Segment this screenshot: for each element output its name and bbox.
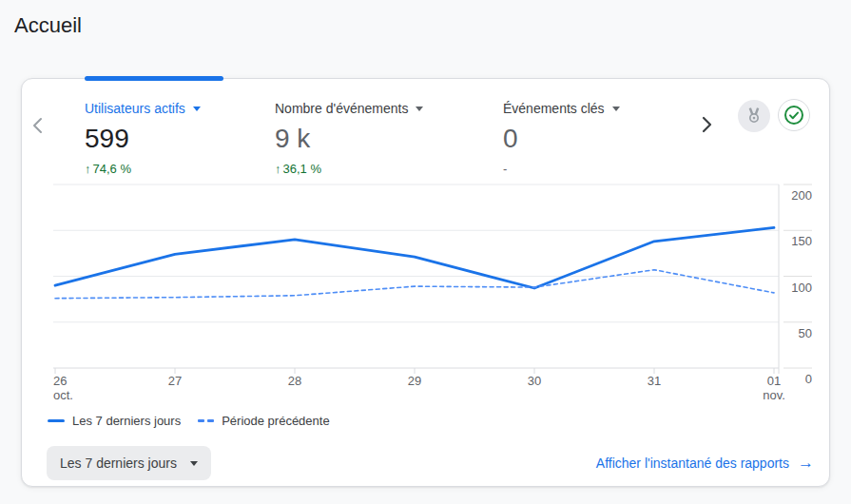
metric-tab-key-events[interactable]: Événements clés 0 - bbox=[503, 100, 620, 177]
prev-metrics-button[interactable] bbox=[29, 113, 47, 142]
reports-snapshot-link[interactable]: Afficher l'instantané des rapports → bbox=[596, 454, 814, 473]
next-metrics-button[interactable] bbox=[697, 111, 716, 142]
svg-text:30: 30 bbox=[528, 374, 541, 388]
svg-text:200: 200 bbox=[791, 188, 812, 203]
svg-text:31: 31 bbox=[648, 374, 661, 388]
metric-label: Nombre d'événements bbox=[275, 100, 423, 117]
chevron-right-icon bbox=[697, 111, 716, 138]
svg-text:26: 26 bbox=[53, 374, 67, 388]
metric-value: 0 bbox=[503, 123, 620, 155]
legend-label: Les 7 derniers jours bbox=[72, 414, 181, 428]
svg-text:nov.: nov. bbox=[763, 388, 785, 402]
solid-line-swatch bbox=[48, 419, 65, 422]
medal-badge[interactable] bbox=[738, 100, 770, 132]
svg-text:150: 150 bbox=[791, 234, 812, 248]
legend-label: Période précédente bbox=[222, 414, 329, 428]
metric-label: Utilisateurs actifs bbox=[85, 100, 201, 117]
page-title: Accueil bbox=[14, 13, 82, 38]
card-footer: Les 7 derniers jours Afficher l'instanta… bbox=[47, 446, 814, 480]
svg-text:50: 50 bbox=[799, 326, 812, 340]
check-circle-icon bbox=[783, 104, 805, 126]
metric-value: 599 bbox=[85, 123, 201, 155]
svg-text:27: 27 bbox=[168, 374, 182, 388]
chevron-left-icon bbox=[29, 113, 47, 138]
check-badge[interactable] bbox=[778, 99, 810, 131]
svg-text:0: 0 bbox=[805, 372, 812, 386]
legend-item-previous: Période précédente bbox=[198, 414, 329, 428]
arrow-right-icon: → bbox=[798, 454, 814, 473]
chevron-down-icon[interactable] bbox=[612, 107, 620, 111]
home-overview-card: Utilisateurs actifs 599 ↑74,6 % Nombre d… bbox=[21, 78, 830, 487]
metric-value: 9 k bbox=[275, 123, 423, 155]
active-tab-indicator bbox=[85, 76, 223, 81]
medal-icon bbox=[745, 107, 764, 126]
svg-text:100: 100 bbox=[791, 281, 812, 295]
svg-text:28: 28 bbox=[288, 374, 301, 388]
chart-legend: Les 7 derniers jours Période précédente bbox=[48, 412, 330, 429]
metric-label: Événements clés bbox=[503, 100, 620, 117]
chevron-down-icon[interactable] bbox=[193, 107, 201, 111]
svg-text:oct.: oct. bbox=[53, 388, 73, 402]
svg-text:01: 01 bbox=[767, 374, 781, 388]
svg-text:29: 29 bbox=[408, 374, 421, 388]
metric-tab-active-users[interactable]: Utilisateurs actifs 599 ↑74,6 % bbox=[85, 100, 201, 177]
arrow-drop-down-icon bbox=[190, 461, 198, 466]
line-chart: 05010015020026oct.272829303101nov. bbox=[22, 174, 831, 404]
legend-item-current: Les 7 derniers jours bbox=[48, 414, 181, 428]
dashed-line-swatch bbox=[198, 419, 214, 422]
chevron-down-icon[interactable] bbox=[416, 107, 423, 111]
metric-tab-event-count[interactable]: Nombre d'événements 9 k ↑36,1 % bbox=[275, 100, 423, 177]
date-range-button[interactable]: Les 7 derniers jours bbox=[47, 446, 211, 480]
